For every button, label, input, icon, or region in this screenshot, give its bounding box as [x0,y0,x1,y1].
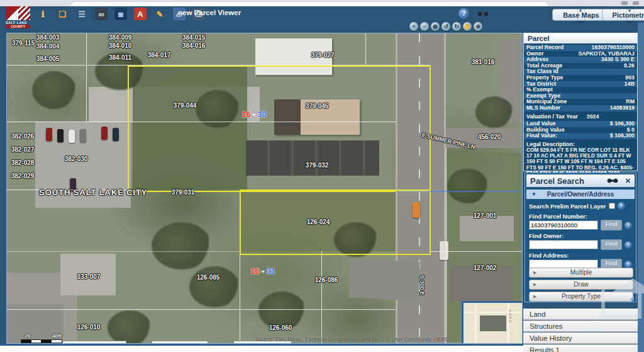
zoom-out-icon[interactable]: − [420,22,429,31]
parcel-label: 384-017 [148,52,171,59]
pictometry-binoculars-icon[interactable] [477,10,489,18]
parcel-label: 379-027 [311,52,335,59]
selected-parcel-outline [128,65,431,192]
chevron-down-icon: ▼ [578,8,584,21]
map-canvas[interactable]: 379-115384-003384-004384-005384-009384-0… [6,33,523,344]
parcel-search-header: Parcel Search ✕ [526,174,635,187]
full-extent-icon[interactable]: ◍ [431,22,440,31]
find-button[interactable]: Find [601,239,622,250]
parcel-line [365,33,366,65]
zoom-in-icon[interactable]: + [409,22,418,31]
multiple-accordion-button[interactable]: ▶Multiple [529,268,633,278]
county-emblem-icon [6,6,30,20]
pictometry-button[interactable]: Pictometry ▼ [602,9,644,21]
find-button[interactable]: Find [601,220,622,230]
parcel-label: 126-060 [269,324,292,331]
tree [32,71,76,109]
parcel-label: 384-015 [182,34,206,41]
street-label: S 300 E [419,275,425,295]
layers-icon[interactable]: ☰ [75,8,88,20]
parcel-label: SOUTH SALT LAKE CITY [39,188,147,197]
deactivate-icon[interactable]: ⊗ [474,22,482,31]
inset-extent-box[interactable] [480,315,506,331]
field-label: Find Owner: [529,232,635,239]
parcel-line [7,309,396,310]
parcel-label: 384-004 [36,43,60,50]
selection-label: 16 - 30 [242,110,267,119]
accordion-structures[interactable]: Structures [523,321,638,332]
parcel-label: 382-027 [11,146,35,153]
find-owner-input[interactable] [529,240,598,249]
parcel-line [321,251,322,344]
browser-chrome [0,0,644,6]
map-tool-bar: +−◍↺↻✋⊗ [409,22,482,31]
parcel-line [86,33,87,122]
browser-icon[interactable] [633,1,639,5]
select-extent-icon[interactable]: ❏ [56,8,69,20]
parcel-label: 382-029 [11,173,35,179]
building [450,266,513,302]
accordion-land[interactable]: Land [523,309,638,320]
right-frame [638,23,644,352]
parcel-label: 126-010 [77,324,101,331]
selected-parcel-outline [240,190,431,255]
browser-icon[interactable] [621,1,628,5]
search-binoculars-icon[interactable]: ∞ [95,8,108,20]
parcel-search-panel: Parcel Search ✕ ▼ Parcel/Owner/Address S… [525,173,636,302]
inset-close-icon[interactable]: ✕ [522,298,523,307]
field-row: Find? [529,239,635,250]
tree [152,222,211,270]
field-label: Find Address: [529,252,635,259]
identify-icon[interactable]: ℹ [36,8,49,20]
draw-accordion-button[interactable]: ▶Draw [529,280,633,290]
parcel-label: 379-045 [306,103,329,110]
pdf-export-icon[interactable]: A [134,8,147,20]
map-attribution: Source: Esri, Maxar, Earthstar Geographi… [255,336,463,343]
help-icon[interactable]: ? [458,8,469,19]
parcel-label: 379-031 [172,189,195,196]
draw-pencil-icon[interactable]: ✎ [153,8,166,20]
salt-lake-county-logo: SALT LAKE COUNTY [6,6,30,28]
sidebar-accordions: LandStructuresValue HistoryResults 1 [523,309,638,352]
search-fields: Find Parcel Number:Find?Find Owner:Find?… [529,211,635,270]
parcel-label: 381-016 [472,59,495,65]
valuation-year: 2024 [587,113,599,120]
close-icon[interactable]: ✕ [621,177,635,185]
parcel-line [446,148,447,344]
chevron-down-icon: ▼ [531,190,536,199]
resize-handle[interactable] [630,296,634,300]
parcel-label: 384-009 [109,34,132,41]
bottom-frame [0,344,523,352]
parcel-search-title: Parcel Search [526,176,606,186]
parcel-label: 384-011 [109,54,131,61]
accordion-value-history[interactable]: Value History [523,332,638,344]
parcel-label: 382-030 [65,156,88,162]
prelim-layer-checkbox[interactable] [609,203,615,209]
parcel-line [240,251,240,344]
database-icon[interactable]: ◙ [114,8,127,20]
search-accordion-header[interactable]: ▼ Parcel/Owner/Address [526,190,635,199]
find-parcel-number-input[interactable] [529,220,598,230]
accordion-results-1[interactable]: Results 1 [523,344,638,352]
parcel-label: 384-010 [109,42,132,49]
parcel-viewer-app: SALT LAKE COUNTY ℹ❏☰∞◙A✎▱⎙ new Parcel Vi… [0,0,644,352]
chevron-down-icon: ▼ [627,8,633,21]
previous-extent-icon[interactable]: ↺ [441,22,450,31]
help-icon[interactable]: ? [625,241,632,249]
inset-street-label: S 335 E [508,309,511,322]
parcel-label: 126-086 [315,276,338,283]
parcel-rows: Parcel Record16303790310000OwnerSAPKOTA,… [524,45,637,111]
overview-inset-map[interactable]: S 335 E ✕ [462,301,523,344]
selection-line [396,191,523,192]
pan-icon[interactable]: ✋ [463,22,472,31]
help-icon[interactable]: ? [625,261,632,268]
parcel-label: 379-115 [12,40,35,47]
parcel-label: 379-032 [306,162,329,169]
scale-right-label: 40ft [52,333,61,339]
property-type-accordion-button[interactable]: ▶Property Type [529,292,633,302]
parcel-label: 382-028 [11,159,35,166]
parcel-label: 384-016 [182,42,206,49]
help-icon[interactable]: ? [618,202,625,210]
next-extent-icon[interactable]: ↻ [452,22,461,31]
help-icon[interactable]: ? [625,222,632,229]
